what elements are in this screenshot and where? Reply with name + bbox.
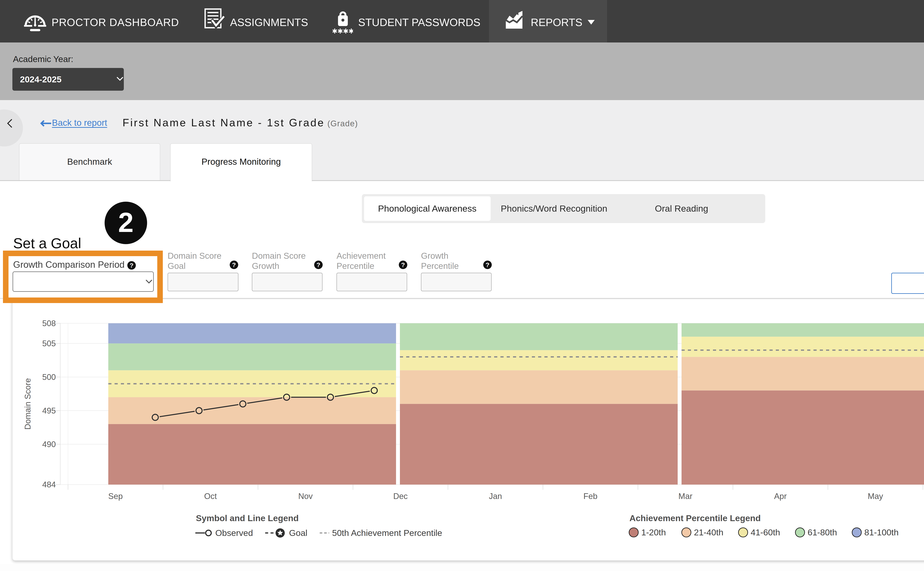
svg-text:May: May xyxy=(868,492,883,501)
svg-text:50th Achievement Percentile: 50th Achievement Percentile xyxy=(332,528,442,538)
svg-text:81-100th: 81-100th xyxy=(864,528,899,537)
svg-text:495: 495 xyxy=(42,406,56,415)
svg-text:Apr: Apr xyxy=(774,492,787,501)
svg-text:484: 484 xyxy=(42,480,56,489)
svg-text:505: 505 xyxy=(42,339,56,348)
svg-text:61-80th: 61-80th xyxy=(808,528,837,537)
svg-text:Observed: Observed xyxy=(215,528,253,538)
svg-text:Nov: Nov xyxy=(298,492,313,501)
svg-text:21-40th: 21-40th xyxy=(694,528,723,537)
svg-text:Dec: Dec xyxy=(393,492,408,501)
svg-text:508: 508 xyxy=(42,319,56,328)
svg-text:Domain Score: Domain Score xyxy=(23,378,32,430)
svg-text:Feb: Feb xyxy=(583,492,597,501)
svg-text:41-60th: 41-60th xyxy=(751,528,780,537)
svg-text:500: 500 xyxy=(42,372,56,381)
svg-text:Goal: Goal xyxy=(289,528,307,538)
svg-text:Sep: Sep xyxy=(108,492,123,501)
svg-text:Symbol and Line Legend: Symbol and Line Legend xyxy=(196,513,299,523)
svg-text:490: 490 xyxy=(42,440,56,449)
svg-text:Jan: Jan xyxy=(489,492,502,501)
svg-text:Oct: Oct xyxy=(204,492,217,501)
svg-text:1-20th: 1-20th xyxy=(641,528,666,537)
svg-text:Achievement Percentile Legend: Achievement Percentile Legend xyxy=(630,513,761,523)
svg-text:Mar: Mar xyxy=(678,492,692,501)
